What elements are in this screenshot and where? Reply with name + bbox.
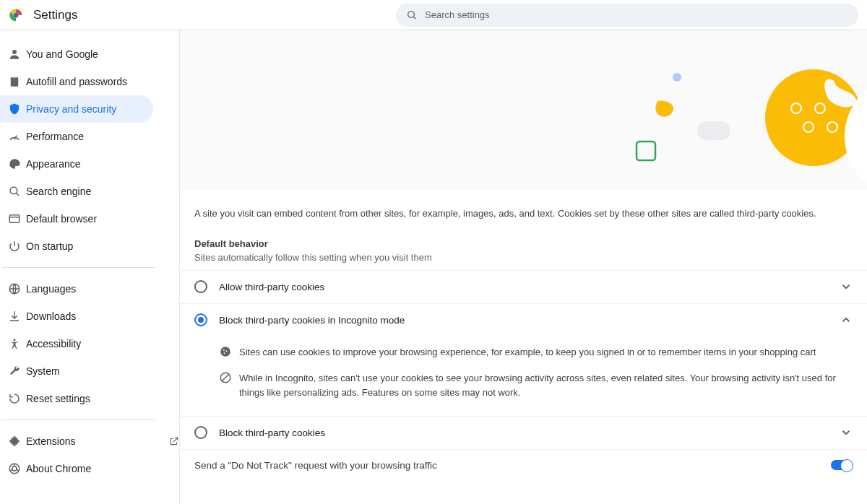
svg-point-32 — [220, 347, 230, 357]
reset-icon — [3, 392, 26, 405]
topbar: Settings — [0, 0, 867, 30]
sidebar-item-extensions[interactable]: Extensions — [0, 427, 179, 455]
sidebar: You and Google Autofill and passwords Pr… — [0, 30, 179, 504]
radio-icon — [194, 426, 207, 439]
search-icon — [406, 9, 418, 21]
svg-line-19 — [17, 469, 19, 471]
divider — [1, 267, 155, 268]
search-box[interactable] — [396, 4, 858, 27]
svg-rect-22 — [697, 121, 730, 140]
sidebar-item-default-browser[interactable]: Default browser — [0, 205, 179, 233]
svg-rect-5 — [11, 77, 19, 87]
sidebar-item-label: You and Google — [26, 48, 179, 60]
block-icon — [219, 371, 239, 400]
sidebar-item-autofill[interactable]: Autofill and passwords — [0, 68, 179, 95]
radio-icon — [194, 313, 207, 326]
section-subtitle: Sites automatically follow this setting … — [180, 251, 867, 270]
section-title: Default behavior — [180, 230, 867, 251]
svg-point-33 — [223, 349, 225, 350]
sidebar-item-performance[interactable]: Performance — [0, 123, 179, 150]
svg-point-14 — [14, 339, 16, 341]
option-label: Block third-party cookies — [219, 427, 840, 438]
sidebar-item-label: Extensions — [26, 435, 165, 447]
chevron-down-icon — [840, 280, 853, 293]
sidebar-item-label: System — [26, 365, 179, 377]
person-icon — [3, 48, 26, 61]
download-icon — [3, 310, 26, 323]
sidebar-item-system[interactable]: System — [0, 357, 179, 385]
globe-icon — [3, 282, 26, 295]
divider — [1, 420, 155, 420]
svg-rect-20 — [637, 142, 655, 160]
sidebar-item-label: Downloads — [26, 310, 179, 322]
sidebar-item-languages[interactable]: Languages — [0, 275, 179, 303]
chevron-down-icon — [840, 426, 853, 439]
radio-icon — [194, 280, 207, 293]
external-link-icon — [169, 436, 179, 446]
speedometer-icon — [3, 130, 26, 143]
svg-rect-10 — [9, 215, 20, 223]
accessibility-icon — [3, 337, 26, 350]
svg-line-9 — [17, 194, 19, 196]
option-label: Block third-party cookies in Incognito m… — [219, 315, 840, 326]
svg-line-37 — [222, 373, 230, 381]
sidebar-item-label: Accessibility — [26, 338, 179, 349]
svg-rect-6 — [12, 77, 17, 79]
sidebar-item-search-engine[interactable]: Search engine — [0, 178, 179, 205]
svg-point-21 — [673, 73, 681, 82]
svg-point-16 — [12, 466, 17, 471]
hero-illustration — [180, 30, 867, 191]
sidebar-item-label: Languages — [26, 283, 179, 295]
sidebar-item-you-and-google[interactable]: You and Google — [0, 40, 179, 68]
option-label: Allow third-party cookies — [219, 282, 840, 292]
chrome-outline-icon — [3, 462, 26, 475]
option-block-third-party[interactable]: Block third-party cookies — [180, 416, 867, 449]
option-block-incognito[interactable]: Block third-party cookies in Incognito m… — [180, 303, 867, 336]
sidebar-item-label: Performance — [26, 131, 179, 142]
option-allow-third-party[interactable]: Allow third-party cookies — [180, 270, 867, 303]
dnt-label: Send a "Do Not Track" request with your … — [194, 460, 831, 471]
shield-icon — [3, 103, 26, 116]
sidebar-item-label: Reset settings — [26, 393, 179, 404]
info-text: While in Incognito, sites can't use your… — [239, 371, 853, 400]
svg-line-3 — [413, 17, 415, 19]
sidebar-item-privacy[interactable]: Privacy and security — [0, 95, 153, 123]
palette-icon — [3, 157, 26, 170]
dnt-row: Send a "Do Not Track" request with your … — [180, 449, 867, 481]
browser-icon — [3, 212, 26, 225]
svg-point-8 — [10, 187, 17, 194]
sidebar-item-appearance[interactable]: Appearance — [0, 150, 179, 178]
search-icon — [3, 185, 26, 198]
sidebar-item-label: Appearance — [26, 158, 179, 170]
search-input[interactable] — [425, 9, 848, 20]
sidebar-item-about[interactable]: About Chrome — [0, 455, 179, 482]
svg-point-1 — [14, 12, 19, 17]
dnt-toggle[interactable] — [831, 460, 853, 470]
cookie-icon — [219, 345, 239, 360]
sidebar-item-label: Privacy and security — [26, 103, 153, 115]
sidebar-item-label: On startup — [26, 240, 179, 252]
info-text: Sites can use cookies to improve your br… — [239, 345, 816, 360]
sidebar-item-label: Search engine — [26, 186, 179, 197]
svg-point-35 — [224, 352, 225, 354]
sidebar-item-accessibility[interactable]: Accessibility — [0, 330, 179, 357]
chevron-up-icon — [840, 313, 853, 326]
page-title: Settings — [33, 8, 77, 22]
sidebar-item-label: About Chrome — [26, 463, 179, 474]
wrench-icon — [3, 365, 26, 378]
svg-point-2 — [408, 11, 415, 17]
sidebar-item-reset[interactable]: Reset settings — [0, 385, 179, 412]
power-icon — [3, 240, 26, 253]
info-bullet: Sites can use cookies to improve your br… — [219, 339, 853, 365]
sidebar-item-downloads[interactable]: Downloads — [0, 303, 179, 330]
svg-point-4 — [12, 50, 17, 54]
sidebar-item-on-startup[interactable]: On startup — [0, 233, 179, 260]
svg-line-18 — [10, 469, 12, 471]
option-expanded-details: Sites can use cookies to improve your br… — [179, 336, 867, 416]
sidebar-item-label: Autofill and passwords — [26, 76, 179, 87]
svg-point-31 — [845, 75, 867, 198]
clipboard-icon — [3, 75, 26, 88]
sidebar-item-label: Default browser — [26, 213, 179, 225]
info-bullet: While in Incognito, sites can't use your… — [219, 365, 853, 406]
main-content: A site you visit can embed content from … — [179, 30, 867, 504]
